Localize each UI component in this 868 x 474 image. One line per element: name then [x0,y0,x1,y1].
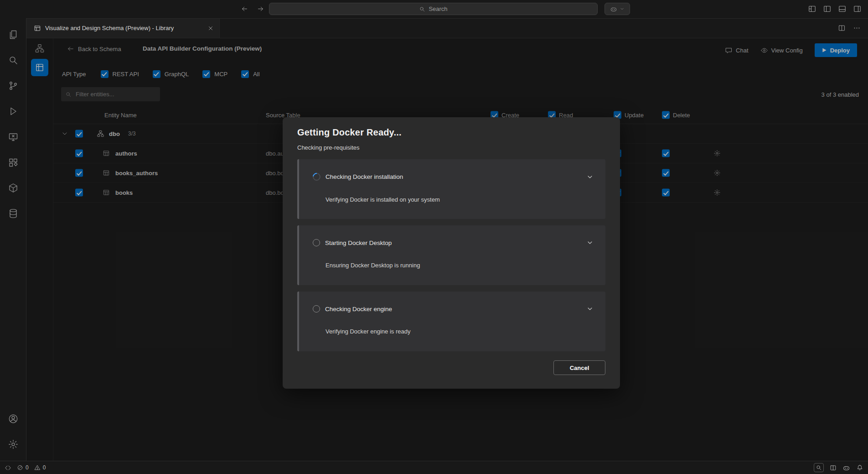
chevron-down-icon[interactable] [586,239,594,246]
step-header: Checking Docker installation [313,173,594,181]
search-icon[interactable] [2,47,24,73]
step-docker-installation[interactable]: Checking Docker installation Verifying D… [297,159,605,219]
chevron-down-icon [620,6,625,11]
cancel-button[interactable]: Cancel [553,360,605,375]
toggle-primary-sidebar-icon[interactable] [823,5,832,13]
status-bar: 0 0 [0,461,868,474]
back-arrow-icon[interactable] [241,5,248,13]
step-docker-desktop[interactable]: Starting Docker Desktop Ensuring Docker … [297,225,605,285]
search-placeholder: Search [429,5,447,12]
tab-label: Visualize and Design Schema (Preview) - … [45,25,174,31]
step-header: Starting Docker Desktop [313,239,594,246]
pending-circle-icon [313,305,320,313]
search-icon [419,6,425,12]
remote-indicator[interactable] [5,464,11,471]
toggle-secondary-sidebar-icon[interactable] [853,5,862,13]
zoom-icon[interactable] [814,463,824,472]
history-nav [241,5,264,13]
activity-bar [0,18,26,461]
bell-icon[interactable] [856,464,863,471]
docker-ready-dialog: Getting Docker Ready... Checking pre-req… [283,117,620,389]
split-editor-icon[interactable] [838,24,846,32]
status-bar-right [814,463,863,472]
forward-arrow-icon[interactable] [257,5,264,13]
error-icon [17,464,23,471]
warning-icon [34,464,41,471]
settings-gear-icon[interactable] [2,432,24,457]
copilot-icon[interactable] [842,464,850,472]
chevron-down-icon[interactable] [586,305,594,313]
customize-layout-icon[interactable] [808,5,816,13]
explorer-icon[interactable] [2,22,24,47]
editor-layout-icon[interactable] [830,464,837,471]
close-icon[interactable] [207,25,214,31]
titlebar: Search [0,0,868,19]
pending-circle-icon [313,239,320,246]
step-header: Checking Docker engine [313,305,594,313]
run-debug-icon[interactable] [2,99,24,124]
database-icon[interactable] [2,201,24,226]
step-docker-engine[interactable]: Checking Docker engine Verifying Docker … [297,292,605,351]
command-center-search[interactable]: Search [269,3,598,15]
layout-controls [808,5,862,13]
extensions-icon[interactable] [2,150,24,175]
tab-schema-designer[interactable]: Visualize and Design Schema (Preview) - … [26,18,220,38]
package-icon[interactable] [2,175,24,201]
toggle-panel-icon[interactable] [838,5,847,13]
errors-indicator[interactable]: 0 [17,464,29,471]
spinner-icon [311,172,322,182]
dialog-subtitle: Checking pre-requisites [297,144,605,151]
source-control-icon[interactable] [2,73,24,99]
more-actions-icon[interactable] [853,24,861,32]
dialog-title: Getting Docker Ready... [297,127,605,138]
chevron-down-icon[interactable] [586,173,594,181]
editor-actions [838,18,868,38]
copilot-icon [610,5,617,13]
tab-bar: Visualize and Design Schema (Preview) - … [26,18,868,38]
account-icon[interactable] [2,406,24,432]
remote-explorer-icon[interactable] [2,124,24,150]
warnings-indicator[interactable]: 0 [34,464,46,471]
tab-icon [34,25,41,32]
copilot-dropdown-button[interactable] [604,3,630,15]
